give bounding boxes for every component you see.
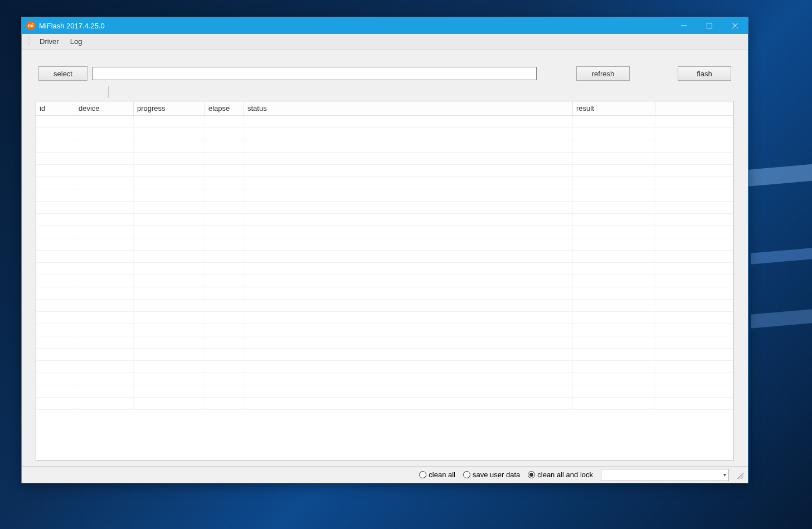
radio-label: save user data: [473, 471, 520, 479]
table-row[interactable]: [36, 189, 733, 202]
window-title: MiFlash 2017.4.25.0: [39, 22, 105, 30]
col-result[interactable]: result: [573, 101, 655, 115]
table-row[interactable]: [36, 165, 733, 177]
table-row[interactable]: [36, 214, 733, 226]
table-row[interactable]: [36, 140, 733, 153]
device-table: id device progress elapse status result: [36, 101, 734, 461]
chevron-down-icon: ▾: [723, 472, 726, 478]
select-button[interactable]: select: [38, 66, 87, 81]
script-combo[interactable]: ▾: [601, 469, 729, 481]
table-header: id device progress elapse status result: [36, 101, 733, 116]
table-row[interactable]: [36, 373, 733, 385]
refresh-button[interactable]: refresh: [576, 66, 630, 81]
menu-driver[interactable]: Driver: [34, 35, 65, 48]
table-row[interactable]: [36, 349, 733, 361]
table-row[interactable]: [36, 275, 733, 287]
table-row[interactable]: [36, 226, 733, 238]
table-row[interactable]: [36, 385, 733, 398]
table-row[interactable]: [36, 398, 733, 410]
path-input[interactable]: [92, 67, 537, 80]
table-row[interactable]: [36, 361, 733, 373]
table-body: [36, 116, 733, 460]
resize-grip-icon[interactable]: [736, 471, 743, 479]
table-row[interactable]: [36, 202, 733, 214]
close-button[interactable]: [722, 17, 748, 34]
radio-label: clean all: [429, 471, 455, 479]
radio-save-user-data[interactable]: save user data: [463, 471, 520, 479]
col-progress[interactable]: progress: [134, 101, 205, 115]
minimize-button[interactable]: [671, 17, 697, 34]
table-row[interactable]: [36, 116, 733, 128]
statusbar: clean all save user data clean all and l…: [22, 466, 748, 483]
table-row[interactable]: [36, 287, 733, 300]
col-device[interactable]: device: [75, 101, 134, 115]
radio-icon: [528, 471, 535, 478]
radio-label: clean all and lock: [537, 471, 593, 479]
menubar-grip-icon: [27, 37, 31, 47]
radio-clean-all[interactable]: clean all: [419, 471, 455, 479]
radio-icon: [463, 471, 470, 478]
menu-log[interactable]: Log: [65, 35, 88, 48]
col-status[interactable]: status: [244, 101, 573, 115]
table-row[interactable]: [36, 177, 733, 189]
toolbar: select refresh flash: [22, 50, 748, 86]
flash-button[interactable]: flash: [678, 66, 731, 81]
table-row[interactable]: [36, 300, 733, 312]
table-row[interactable]: [36, 153, 733, 165]
maximize-button[interactable]: [697, 17, 722, 34]
toolbar-separator: [108, 86, 109, 97]
table-row[interactable]: [36, 251, 733, 263]
titlebar[interactable]: mi MiFlash 2017.4.25.0: [22, 17, 748, 34]
radio-clean-all-and-lock[interactable]: clean all and lock: [528, 471, 593, 479]
table-row[interactable]: [36, 238, 733, 251]
table-row[interactable]: [36, 263, 733, 275]
table-row[interactable]: [36, 128, 733, 140]
table-row[interactable]: [36, 312, 733, 324]
table-row[interactable]: [36, 336, 733, 349]
col-spacer: [655, 101, 733, 115]
svg-rect-1: [707, 23, 712, 28]
radio-icon: [419, 471, 426, 478]
col-elapse[interactable]: elapse: [205, 101, 244, 115]
table-row[interactable]: [36, 324, 733, 336]
app-icon: mi: [26, 21, 35, 30]
app-window: mi MiFlash 2017.4.25.0 Driver Log select…: [21, 17, 748, 483]
col-id[interactable]: id: [36, 101, 75, 115]
menubar: Driver Log: [22, 34, 748, 50]
